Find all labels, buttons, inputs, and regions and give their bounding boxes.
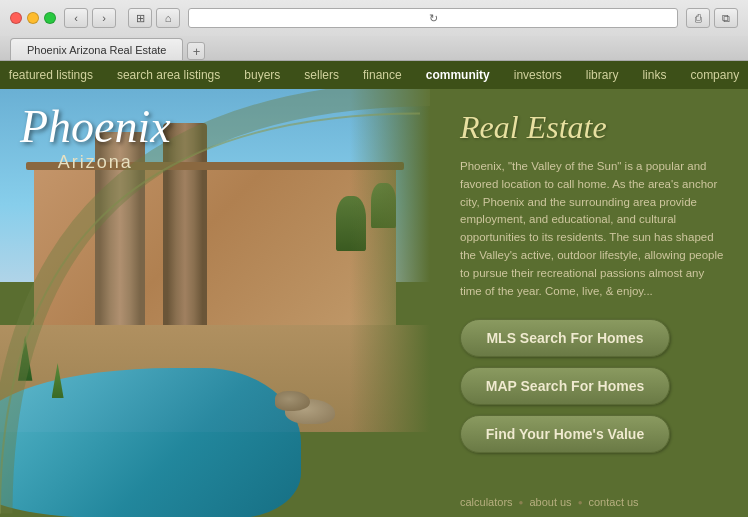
nav-item-featured-listings[interactable]: featured listings [0, 68, 105, 82]
nav-item-finance[interactable]: finance [351, 68, 414, 82]
close-button[interactable] [10, 12, 22, 24]
dot-2: ● [578, 498, 583, 507]
hero-image-section: Phoenix Arizona [0, 89, 430, 517]
phoenix-title-overlay: Phoenix Arizona [20, 104, 171, 173]
right-content: Real Estate Phoenix, "the Valley of the … [430, 89, 748, 517]
new-window-icon[interactable]: ⧉ [714, 8, 738, 28]
home-icon[interactable]: ⌂ [156, 8, 180, 28]
mls-search-button[interactable]: MLS Search For Homes [460, 319, 670, 357]
real-estate-title: Real Estate [460, 109, 728, 146]
browser-tab[interactable]: Phoenix Arizona Real Estate [10, 38, 183, 60]
content-area: Phoenix Arizona Real Estate Phoenix, "th… [0, 89, 748, 517]
tab-bar: Phoenix Arizona Real Estate + [0, 36, 748, 60]
scene: Phoenix Arizona [0, 89, 430, 517]
home-value-button[interactable]: Find Your Home's Value [460, 415, 670, 453]
maximize-button[interactable] [44, 12, 56, 24]
grid-icon[interactable]: ⊞ [128, 8, 152, 28]
nav-item-company[interactable]: company [678, 68, 748, 82]
map-search-button[interactable]: MAP Search For Homes [460, 367, 670, 405]
refresh-icon: ↻ [429, 12, 438, 25]
minimize-button[interactable] [27, 12, 39, 24]
browser-titlebar: ‹ › ⊞ ⌂ ↻ ⎙ ⧉ [0, 0, 748, 36]
contact-link[interactable]: contact us [588, 496, 638, 508]
nav-item-community[interactable]: community [414, 68, 502, 82]
website: featured listings search area listings b… [0, 61, 748, 517]
description-text: Phoenix, "the Valley of the Sun" is a po… [460, 158, 728, 301]
new-tab-button[interactable]: + [187, 42, 205, 60]
nav-item-investors[interactable]: investors [502, 68, 574, 82]
state-name: Arizona [20, 152, 171, 173]
nav-item-buyers[interactable]: buyers [232, 68, 292, 82]
back-button[interactable]: ‹ [64, 8, 88, 28]
right-fade [350, 89, 430, 517]
browser-window-controls [10, 12, 56, 24]
nav-item-library[interactable]: library [574, 68, 631, 82]
browser-nav: ‹ › [64, 8, 116, 28]
nav-item-search-area[interactable]: search area listings [105, 68, 232, 82]
browser-actions: ⎙ ⧉ [686, 8, 738, 28]
rocks-2 [275, 391, 310, 411]
about-link[interactable]: about us [529, 496, 571, 508]
dot-1: ● [519, 498, 524, 507]
city-name: Phoenix [20, 104, 171, 150]
address-bar[interactable]: ↻ [188, 8, 678, 28]
nav-bar: featured listings search area listings b… [0, 61, 748, 89]
footer-links: calculators ● about us ● contact us [460, 486, 728, 508]
browser-toolbar: ⊞ ⌂ [128, 8, 180, 28]
pool [0, 368, 301, 517]
calculators-link[interactable]: calculators [460, 496, 513, 508]
nav-item-links[interactable]: links [630, 68, 678, 82]
tab-label: Phoenix Arizona Real Estate [27, 44, 166, 56]
nav-item-sellers[interactable]: sellers [292, 68, 351, 82]
browser-chrome: ‹ › ⊞ ⌂ ↻ ⎙ ⧉ Phoenix Arizona Real Estat… [0, 0, 748, 61]
forward-button[interactable]: › [92, 8, 116, 28]
share-icon[interactable]: ⎙ [686, 8, 710, 28]
